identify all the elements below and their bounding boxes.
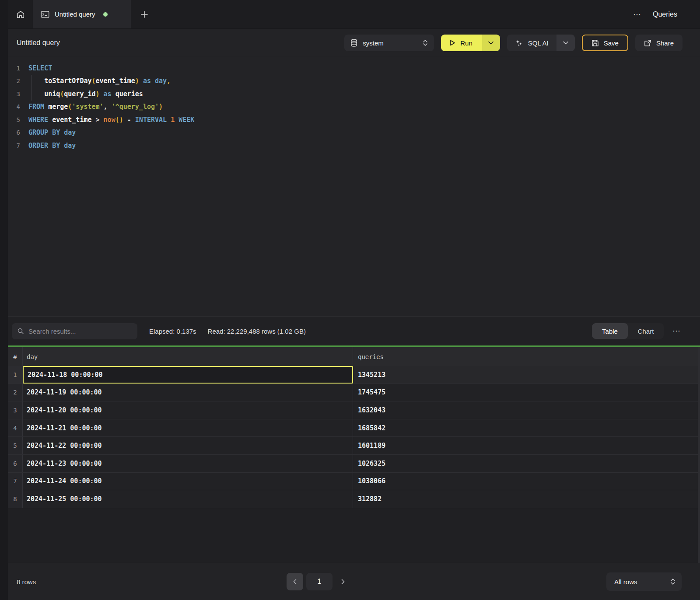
database-select-value: system — [363, 39, 384, 47]
code-token: queries — [116, 90, 143, 98]
next-page-button[interactable] — [336, 573, 350, 590]
code-line: 1SELECT — [13, 62, 700, 75]
cell-day[interactable]: 2024-11-25 00:00:00 — [23, 490, 353, 508]
code-token — [100, 116, 104, 124]
code-token — [48, 116, 52, 124]
elapsed-stat: Elapsed: 0.137s — [149, 328, 196, 335]
code-token: ORDER — [28, 142, 48, 150]
database-icon — [350, 39, 357, 47]
chevron-left-icon — [293, 579, 297, 584]
search-icon — [17, 328, 24, 335]
code-token: day — [64, 129, 76, 136]
pagination: 1 — [287, 573, 350, 590]
page-title: Untitled query — [17, 39, 60, 47]
view-tab-table[interactable]: Table — [592, 323, 628, 339]
sql-ai-button[interactable]: SQL AI — [507, 35, 556, 51]
results-search[interactable] — [12, 323, 137, 339]
cell-queries[interactable]: 1745475 — [353, 384, 700, 401]
code-token: day — [64, 142, 76, 150]
page-size-select[interactable]: All rows — [606, 572, 682, 591]
code-line: 3 uniq(query_id) as queries — [13, 87, 700, 101]
database-select[interactable]: system — [344, 35, 434, 51]
cell-queries[interactable]: 312882 — [353, 490, 700, 508]
home-button[interactable] — [8, 0, 33, 28]
row-number-cell: 6 — [8, 455, 23, 472]
table-row: 62024-11-23 00:00:001026325 — [8, 455, 700, 473]
code-line: 6GROUP BY day — [13, 126, 700, 140]
code-token: ( — [92, 77, 96, 85]
code-token: ) — [135, 77, 139, 85]
results-toolbar: Elapsed: 0.137s Read: 22,229,488 rows (1… — [8, 316, 700, 345]
row-number-cell: 1 — [8, 366, 23, 384]
run-button[interactable]: Run — [441, 35, 482, 51]
row-count: 8 rows — [17, 578, 36, 586]
tabs-overflow-button[interactable]: ⋯ — [633, 10, 641, 18]
code-token: day — [155, 77, 167, 85]
cell-queries[interactable]: 1685842 — [353, 419, 700, 437]
save-button-label: Save — [604, 39, 619, 47]
line-number: 4 — [13, 103, 20, 110]
cell-day[interactable]: 2024-11-24 00:00:00 — [23, 473, 353, 490]
cell-queries[interactable]: 1345213 — [353, 366, 700, 384]
cell-queries[interactable]: 1038066 — [353, 473, 700, 490]
code-token: now — [104, 116, 116, 124]
sql-editor[interactable]: 1SELECT2 toStartOfDay(event_time) as day… — [8, 57, 700, 316]
cell-day[interactable]: 2024-11-20 00:00:00 — [23, 401, 353, 419]
row-number-cell: 2 — [8, 384, 23, 401]
code-token — [44, 103, 48, 111]
row-number-cell: 8 — [8, 490, 23, 508]
line-number: 2 — [13, 77, 20, 84]
view-toggle: Table Chart — [592, 323, 664, 339]
line-number: 6 — [13, 129, 20, 136]
code-token — [112, 90, 116, 98]
cell-queries[interactable]: 1632043 — [353, 401, 700, 419]
left-edge-rail — [0, 0, 8, 600]
save-icon — [592, 39, 599, 47]
code-token: , — [104, 103, 112, 111]
share-button[interactable]: Share — [635, 35, 682, 51]
cell-day[interactable]: 2024-11-23 00:00:00 — [23, 455, 353, 472]
run-options-button[interactable] — [482, 35, 500, 51]
cell-day[interactable]: 2024-11-22 00:00:00 — [23, 437, 353, 454]
column-header-queries: queries — [353, 353, 700, 360]
tab-bar-right: ⋯ Queries — [633, 0, 700, 28]
results-toolbar-right: Table Chart ⋯ — [592, 323, 700, 339]
code-token: uniq — [44, 90, 60, 98]
cell-day[interactable]: 2024-11-21 00:00:00 — [23, 419, 353, 437]
tab-title: Untitled query — [55, 10, 95, 18]
cell-queries[interactable]: 1026325 — [353, 455, 700, 472]
table-header-row: # day queries — [8, 347, 700, 366]
code-token — [60, 129, 64, 136]
plus-icon — [140, 10, 148, 18]
current-page-button[interactable]: 1 — [306, 573, 332, 590]
cell-queries[interactable]: 1601189 — [353, 437, 700, 454]
home-icon — [16, 10, 25, 19]
table-row: 12024-11-18 00:00:001345213 — [8, 366, 700, 384]
new-tab-button[interactable] — [131, 0, 158, 28]
results-scrollbar[interactable] — [698, 347, 700, 563]
previous-page-button[interactable] — [287, 573, 303, 590]
code-token — [60, 142, 64, 150]
code-line: 2 toStartOfDay(event_time) as day, — [13, 75, 700, 88]
tab-untitled-query[interactable]: Untitled query — [33, 0, 131, 28]
code-token: 'system' — [72, 103, 103, 111]
code-token: as — [143, 77, 151, 85]
indent-guide — [31, 75, 32, 101]
search-input[interactable] — [28, 328, 132, 335]
column-header-day: day — [23, 347, 353, 366]
code-token — [175, 116, 178, 124]
cell-day[interactable]: 2024-11-18 00:00:00 — [23, 366, 353, 384]
code-token: BY — [52, 129, 60, 136]
view-tab-chart[interactable]: Chart — [628, 323, 664, 339]
cell-day[interactable]: 2024-11-19 00:00:00 — [23, 384, 353, 401]
results-more-button[interactable]: ⋯ — [672, 326, 681, 336]
queries-link[interactable]: Queries — [653, 10, 677, 18]
row-number-header: # — [8, 347, 23, 366]
save-button[interactable]: Save — [582, 35, 628, 51]
code-token: GROUP — [28, 129, 48, 136]
sql-ai-options-button[interactable] — [556, 35, 575, 51]
chevron-down-icon — [563, 41, 568, 45]
code-token — [167, 116, 171, 124]
sql-ai-label: SQL AI — [528, 39, 549, 47]
code-token — [131, 116, 135, 124]
